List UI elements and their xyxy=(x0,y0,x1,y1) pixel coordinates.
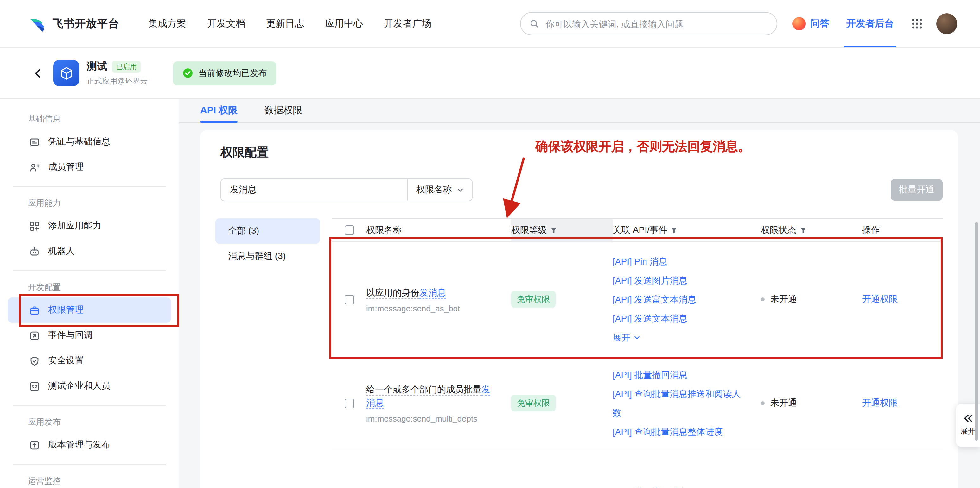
permission-name-link[interactable]: 以应用的身份发消息 xyxy=(366,286,446,299)
version-release-icon xyxy=(29,440,40,450)
primary-nav: 集成方案 开发文档 更新日志 应用中心 开发者广场 xyxy=(148,0,431,48)
permission-config-card: 权限配置 权限名称 批量开通 全部 (3) 消息与群组 (3) xyxy=(200,130,958,488)
permission-search-input[interactable] xyxy=(221,185,407,195)
top-navbar: 飞书开放平台 集成方案 开发文档 更新日志 应用中心 开发者广场 问答 开发者后… xyxy=(0,0,980,48)
table-header-row: 权限名称 权限等级 关联 API/事件 权限状态 xyxy=(332,219,943,242)
filter-funnel-icon xyxy=(799,226,807,234)
back-chevron-icon xyxy=(32,67,44,79)
col-header-name: 权限名称 xyxy=(366,219,511,241)
vertical-scrollbar[interactable] xyxy=(975,222,978,440)
permission-row-send-multi-users: 给多个用户批量发消息 [API] 批量撤回消息 [API] 查询批量消息推送和阅… xyxy=(332,449,943,488)
sidebar-item-test-org[interactable]: 测试企业和人员 xyxy=(0,374,171,399)
filter-message-group[interactable]: 消息与群组 (3) xyxy=(215,244,320,269)
app-meta: 测试 已启用 正式应用@环界云 xyxy=(87,60,148,86)
qa-icon xyxy=(792,17,806,30)
permission-row-send-as-bot: 以应用的身份发消息 im:message:send_as_bot 免审权限 [A… xyxy=(332,242,943,358)
level-badge: 免审权限 xyxy=(511,291,555,307)
tab-data-permission[interactable]: 数据权限 xyxy=(264,99,302,122)
api-link[interactable]: [API] 查询批量消息推送和阅读人数 xyxy=(612,384,746,422)
permission-name-link[interactable]: 给一个或多个部门的成员批量发消息 xyxy=(366,383,495,409)
status-text: 未开通 xyxy=(770,398,797,409)
sidebar-item-label: 凭证与基础信息 xyxy=(48,136,110,147)
category-filter: 全部 (3) 消息与群组 (3) xyxy=(215,219,332,488)
search-type-label: 权限名称 xyxy=(416,184,452,196)
tab-api-permission[interactable]: API 权限 xyxy=(200,99,237,122)
user-avatar[interactable] xyxy=(936,13,957,34)
shield-icon xyxy=(29,355,40,366)
col-header-api[interactable]: 关联 API/事件 xyxy=(612,219,761,241)
row-checkbox[interactable] xyxy=(344,295,354,304)
sidebar-item-label: 版本管理与发布 xyxy=(48,439,110,451)
enable-permission-link[interactable]: 开通权限 xyxy=(862,398,898,409)
col-header-action: 操作 xyxy=(862,219,943,241)
filter-funnel-icon xyxy=(550,226,557,234)
global-search-input[interactable] xyxy=(544,18,768,29)
filter-all[interactable]: 全部 (3) xyxy=(215,219,320,244)
credential-icon xyxy=(29,136,40,147)
permission-row-send-multi-depts: 给一个或多个部门的成员批量发消息 im:message:send_multi_d… xyxy=(332,358,943,449)
back-button[interactable] xyxy=(30,65,46,81)
nav-item-docs[interactable]: 开发文档 xyxy=(207,18,245,30)
nav-item-marketplace[interactable]: 开发者广场 xyxy=(384,18,431,30)
app-subheader: 测试 已启用 正式应用@环界云 当前修改均已发布 xyxy=(0,48,980,99)
sidebar-item-members[interactable]: 成员管理 xyxy=(0,154,171,180)
col-header-level[interactable]: 权限等级 xyxy=(511,219,612,241)
api-link[interactable]: [API] 发送文本消息 xyxy=(612,309,687,328)
developer-console-link[interactable]: 开发者后台 xyxy=(846,0,894,48)
sidebar-item-add-capability[interactable]: 添加应用能力 xyxy=(0,213,171,239)
api-link[interactable]: [API] 查询批量消息整体进度 xyxy=(612,422,723,441)
sidebar-item-bot[interactable]: 机器人 xyxy=(0,239,171,264)
feishu-brand[interactable]: 飞书开放平台 xyxy=(28,14,119,33)
double-chevron-left-icon xyxy=(963,414,974,423)
permission-table: 权限名称 权限等级 关联 API/事件 权限状态 xyxy=(332,219,943,488)
sidebar-item-security[interactable]: 安全设置 xyxy=(0,348,171,374)
permissions-icon xyxy=(29,305,40,315)
sidebar-item-label: 事件与回调 xyxy=(48,330,92,341)
main-content: API 权限 数据权限 权限配置 权限名称 批量开通 xyxy=(179,99,980,488)
content-row: 全部 (3) 消息与群组 (3) 权限名称 权限等级 xyxy=(200,219,958,488)
col-header-status[interactable]: 权限状态 xyxy=(761,219,862,241)
permission-code: im:message:send_multi_depts xyxy=(366,414,477,423)
page-title: 权限配置 xyxy=(200,144,958,161)
app-subtitle: 正式应用@环界云 xyxy=(87,76,148,86)
expand-apis-link[interactable]: 展开 xyxy=(612,328,640,347)
batch-enable-button[interactable]: 批量开通 xyxy=(891,179,943,201)
sidebar-item-label: 安全设置 xyxy=(48,355,84,366)
publish-status-pill: 当前修改均已发布 xyxy=(173,61,276,85)
app-icon xyxy=(53,60,79,86)
row-checkbox[interactable] xyxy=(344,398,354,408)
select-all-checkbox[interactable] xyxy=(344,225,354,235)
apps-grid-icon[interactable] xyxy=(912,18,922,29)
sidebar-item-events[interactable]: 事件与回调 xyxy=(0,323,171,348)
nav-item-integrations[interactable]: 集成方案 xyxy=(148,18,186,30)
global-search-box[interactable] xyxy=(520,12,777,35)
add-capability-icon xyxy=(29,220,40,231)
nav-item-app-center[interactable]: 应用中心 xyxy=(325,18,363,30)
sidebar-item-label: 添加应用能力 xyxy=(48,220,101,232)
sidebar-item-version[interactable]: 版本管理与发布 xyxy=(0,432,171,458)
level-badge: 免审权限 xyxy=(511,395,555,411)
expand-panel-label: 展开 xyxy=(960,426,975,437)
bot-icon xyxy=(29,246,40,257)
api-link[interactable]: [API] 发送富文本消息 xyxy=(612,290,696,309)
search-type-dropdown[interactable]: 权限名称 xyxy=(407,179,472,201)
publish-status-text: 当前修改均已发布 xyxy=(198,67,267,79)
api-link[interactable]: [API] Pin 消息 xyxy=(612,252,667,271)
api-link[interactable]: [API] 批量撤回消息 xyxy=(612,482,687,488)
sidebar: 基础信息 凭证与基础信息 成员管理 应用能力 添加应用能力 机器人 开发配置 xyxy=(0,99,179,488)
status-dot xyxy=(761,401,765,405)
enabled-badge: 已启用 xyxy=(112,60,141,73)
feishu-logo-icon xyxy=(28,14,47,33)
sidebar-divider xyxy=(13,270,166,271)
permission-tabs: API 权限 数据权限 xyxy=(179,99,980,123)
app-name: 测试 xyxy=(87,60,107,73)
api-link[interactable]: [API] 发送图片消息 xyxy=(612,271,687,290)
sidebar-item-credentials[interactable]: 凭证与基础信息 xyxy=(0,129,171,154)
sidebar-item-permissions[interactable]: 权限管理 xyxy=(8,298,171,323)
brand-title: 飞书开放平台 xyxy=(52,16,119,31)
sidebar-section-dev-config: 开发配置 xyxy=(0,277,179,298)
api-link[interactable]: [API] 批量撤回消息 xyxy=(612,365,687,384)
nav-item-changelog[interactable]: 更新日志 xyxy=(266,18,304,30)
enable-permission-link[interactable]: 开通权限 xyxy=(862,294,898,305)
qa-link[interactable]: 问答 xyxy=(792,17,829,30)
